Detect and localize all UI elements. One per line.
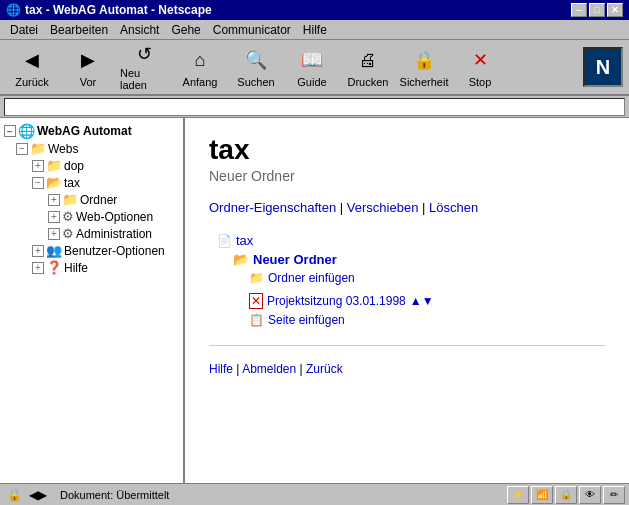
ordner-folder-icon: 📁	[62, 192, 78, 207]
root-expand-icon[interactable]: −	[4, 125, 16, 137]
title-bar: 🌐 tax - WebAG Automat - Netscape ─ □ ✕	[0, 0, 629, 20]
address-input[interactable]	[4, 98, 625, 116]
web-optionen-expand-icon[interactable]: +	[48, 211, 60, 223]
sidebar-item-ordner[interactable]: + 📁 Ordner	[0, 191, 183, 208]
menu-datei[interactable]: Datei	[4, 21, 44, 39]
add-page-link[interactable]: Seite einfügen	[268, 313, 345, 327]
sidebar-item-webs[interactable]: − 📁 Webs	[0, 140, 183, 157]
sidebar-ordner-label: Ordner	[80, 193, 117, 207]
sidebar-item-tax[interactable]: − 📂 tax	[0, 174, 183, 191]
print-label: Drucken	[348, 76, 389, 88]
back-button[interactable]: ◀ Zurück	[6, 43, 58, 91]
loeschen-link[interactable]: Löschen	[429, 200, 478, 215]
guide-label: Guide	[297, 76, 326, 88]
menu-bearbeiten[interactable]: Bearbeiten	[44, 21, 114, 39]
sidebar-item-benutzer-optionen[interactable]: + 👥 Benutzer-Optionen	[0, 242, 183, 259]
webs-expand-icon[interactable]: −	[16, 143, 28, 155]
guide-icon: 📖	[296, 46, 328, 74]
verschieben-link[interactable]: Verschieben	[347, 200, 419, 215]
tax-expand-icon[interactable]: −	[32, 177, 44, 189]
stop-icon: ✕	[464, 46, 496, 74]
address-bar	[0, 96, 629, 118]
status-arrow-icon: ◀▶	[28, 485, 48, 505]
sidebar-item-web-optionen[interactable]: + ⚙ Web-Optionen	[0, 208, 183, 225]
hilfe-expand-icon[interactable]: +	[32, 262, 44, 274]
stop-button[interactable]: ✕ Stop	[454, 43, 506, 91]
zurueck-link[interactable]: Zurück	[306, 362, 343, 376]
menu-communicator[interactable]: Communicator	[207, 21, 297, 39]
home-button[interactable]: ⌂ Anfang	[174, 43, 226, 91]
administration-expand-icon[interactable]: +	[48, 228, 60, 240]
add-page-icon: 📋	[249, 313, 264, 327]
menu-gehe[interactable]: Gehe	[165, 21, 206, 39]
reload-button[interactable]: ↺ Neu laden	[118, 43, 170, 91]
back-icon: ◀	[16, 46, 48, 74]
sidebar-item-administration[interactable]: + ⚙ Administration	[0, 225, 183, 242]
sidebar-hilfe-label: Hilfe	[64, 261, 88, 275]
maximize-button[interactable]: □	[589, 3, 605, 17]
add-folder-icon: 📁	[249, 271, 264, 285]
toolbar: ◀ Zurück ▶ Vor ↺ Neu laden ⌂ Anfang 🔍 Su…	[0, 40, 629, 96]
menu-hilfe[interactable]: Hilfe	[297, 21, 333, 39]
benutzer-expand-icon[interactable]: +	[32, 245, 44, 257]
sidebar: − 🌐 WebAG Automat − 📁 Webs + 📁 dop − 📂 t…	[0, 118, 185, 483]
tax-breadcrumb-item: 📄 tax	[217, 231, 605, 250]
print-button[interactable]: 🖨 Drucken	[342, 43, 394, 91]
back-label: Zurück	[15, 76, 49, 88]
projektsitzung-link[interactable]: Projektsitzung 03.01.1998	[267, 294, 406, 308]
bottom-links: Hilfe | Abmelden | Zurück	[209, 362, 605, 376]
globe-icon: 🌐	[18, 123, 35, 139]
dop-expand-icon[interactable]: +	[32, 160, 44, 172]
forward-button[interactable]: ▶ Vor	[62, 43, 114, 91]
security-label: Sicherheit	[400, 76, 449, 88]
security-icon: 🔒	[408, 46, 440, 74]
security-button[interactable]: 🔒 Sicherheit	[398, 43, 450, 91]
action-links: Ordner-Eigenschaften | Verschieben | Lös…	[209, 200, 605, 215]
ordner-eigenschaften-link[interactable]: Ordner-Eigenschaften	[209, 200, 336, 215]
neuer-ordner-link[interactable]: Neuer Ordner	[253, 252, 337, 267]
stop-label: Stop	[469, 76, 492, 88]
close-button[interactable]: ✕	[607, 3, 623, 17]
document-icon: 📄	[217, 234, 232, 248]
subfolder-icon: 📂	[233, 252, 249, 267]
status-right-icons: ⚡ 📶 🔒 👁 ✏	[507, 486, 625, 504]
web-optionen-icon: ⚙	[62, 209, 74, 224]
title-bar-buttons: ─ □ ✕	[571, 3, 623, 17]
search-button[interactable]: 🔍 Suchen	[230, 43, 282, 91]
sidebar-item-dop[interactable]: + 📁 dop	[0, 157, 183, 174]
status-btn-5[interactable]: ✏	[603, 486, 625, 504]
add-folder-link[interactable]: Ordner einfügen	[268, 271, 355, 285]
home-label: Anfang	[183, 76, 218, 88]
sidebar-web-optionen-label: Web-Optionen	[76, 210, 153, 224]
sidebar-benutzer-label: Benutzer-Optionen	[64, 244, 165, 258]
tax-breadcrumb-link[interactable]: tax	[236, 233, 253, 248]
sidebar-webs-label: Webs	[48, 142, 78, 156]
status-btn-3[interactable]: 🔒	[555, 486, 577, 504]
window-title: tax - WebAG Automat - Netscape	[25, 3, 212, 17]
folder-tree: 📄 tax 📂 Neuer Ordner 📁 Ordner einfügen ✕…	[217, 231, 605, 329]
search-icon: 🔍	[240, 46, 272, 74]
minimize-button[interactable]: ─	[571, 3, 587, 17]
benutzer-icon: 👥	[46, 243, 62, 258]
status-btn-2[interactable]: 📶	[531, 486, 553, 504]
sidebar-item-hilfe[interactable]: + ❓ Hilfe	[0, 259, 183, 276]
menu-bar: Datei Bearbeiten Ansicht Gehe Communicat…	[0, 20, 629, 40]
projektsitzung-item: ✕ Projektsitzung 03.01.1998 ▲▼	[249, 291, 605, 311]
app-icon: 🌐	[6, 3, 21, 17]
sidebar-dop-label: dop	[64, 159, 84, 173]
page-subtitle: Neuer Ordner	[209, 168, 605, 184]
ordner-expand-icon[interactable]: +	[48, 194, 60, 206]
reload-label: Neu laden	[120, 67, 168, 91]
sidebar-root[interactable]: − 🌐 WebAG Automat	[0, 122, 183, 140]
status-btn-4[interactable]: 👁	[579, 486, 601, 504]
guide-button[interactable]: 📖 Guide	[286, 43, 338, 91]
status-bar: 🔒 ◀▶ Dokument: Übermittelt ⚡ 📶 🔒 👁 ✏	[0, 483, 629, 505]
menu-ansicht[interactable]: Ansicht	[114, 21, 165, 39]
hilfe-link[interactable]: Hilfe	[209, 362, 233, 376]
abmelden-link[interactable]: Abmelden	[242, 362, 296, 376]
status-btn-1[interactable]: ⚡	[507, 486, 529, 504]
sort-arrows: ▲▼	[410, 294, 434, 308]
sidebar-tax-label: tax	[64, 176, 80, 190]
sidebar-administration-label: Administration	[76, 227, 152, 241]
status-text: Dokument: Übermittelt	[52, 489, 503, 501]
